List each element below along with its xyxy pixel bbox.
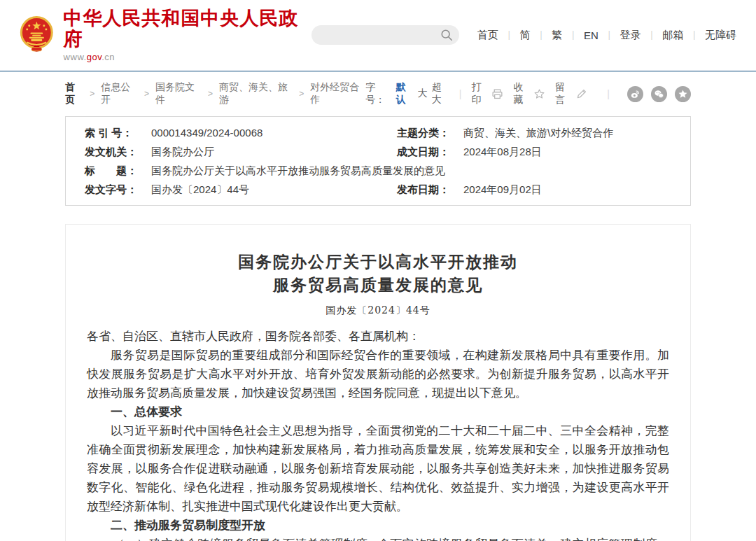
meta-written-date-value: 2024年08月28日 [463,142,542,161]
national-emblem-icon [18,15,55,55]
meta-publish-date: 发布日期： 2024年09月02日 [378,180,690,199]
meta-doc-number-label: 发文字号： [85,180,151,199]
meta-publish-date-label: 发布日期： [397,180,463,199]
nav-english[interactable]: EN [582,29,600,41]
nav-traditional[interactable]: 繁 [550,29,564,42]
qzone-share-icon[interactable] [675,86,691,102]
meta-title: 标 题： 国务院办公厅关于以高水平开放推动服务贸易高质量发展的意见 [66,161,690,180]
breadcrumb: 首页> 信息公开> 国务院文件> 商贸、海关、旅游> 对外经贸合作 [65,81,365,106]
favorite-button[interactable]: 收藏 [513,81,545,106]
meta-title-value: 国务院办公厅关于以高水平开放推动服务贸易高质量发展的意见 [151,161,445,180]
pencil-icon [575,88,587,100]
breadcrumb-commerce-customs-tourism[interactable]: 商贸、海关、旅游 [219,81,293,106]
document-number: 国办发〔2024〕44号 [87,303,669,317]
breadcrumb-toolbar-row: 首页> 信息公开> 国务院文件> 商贸、海关、旅游> 对外经贸合作 字号： 默认… [65,72,691,114]
search-box [312,25,459,45]
meta-topic-label: 主题分类： [397,123,463,142]
document-metadata-card: 索 引 号： 000014349/2024-00068 主题分类： 商贸、海关、… [65,116,691,206]
meta-index-value: 000014349/2024-00068 [151,123,262,142]
wechat-share-icon[interactable] [651,86,667,102]
brand-text: 中华人民共和国中央人民政府 www.gov.cn [64,8,312,62]
document-title-line1: 国务院办公厅关于以高水平开放推动 [87,250,669,273]
nav-home[interactable]: 首页 [476,29,500,42]
nav-accessibility[interactable]: 无障碍 [704,29,738,42]
section-heading-2: 二、推动服务贸易制度型开放 [87,516,669,535]
breadcrumb-info-disclosure[interactable]: 信息公开 [101,81,138,106]
site-logo-link[interactable]: 中华人民共和国中央人民政府 www.gov.cn [18,8,312,62]
meta-agency-label: 发文机关： [85,142,151,161]
document-body: 各省、自治区、直辖市人民政府，国务院各部委、各直属机构： 服务贸易是国际贸易的重… [87,327,669,541]
font-size-default[interactable]: 默认 [396,81,414,106]
meta-publish-date-value: 2024年09月02日 [463,180,542,199]
search-icon[interactable] [440,29,453,41]
nav-mail[interactable]: 邮箱 [661,29,685,42]
meta-doc-number-value: 国办发〔2024〕44号 [151,180,249,199]
meta-topic: 主题分类： 商贸、海关、旅游\对外经贸合作 [378,123,690,142]
meta-index: 索 引 号： 000014349/2024-00068 [66,123,378,142]
document-content-card: 国务院办公厅关于以高水平开放推动 服务贸易高质量发展的意见 国办发〔2024〕4… [65,224,691,541]
document-title-line2: 服务贸易高质量发展的意见 [87,273,669,296]
page-tools: 字号： 默认 大 超大 | 打印 收藏 留言 | [365,81,691,106]
weibo-share-icon[interactable] [627,86,643,102]
breadcrumb-state-council-docs[interactable]: 国务院文件 [155,81,202,106]
star-icon [533,88,545,100]
site-header: 中华人民共和国中央人民政府 www.gov.cn 首页｜ 简｜ 繁｜ EN｜ 登… [0,0,756,70]
document-title: 国务院办公厅关于以高水平开放推动 服务贸易高质量发展的意见 [87,250,669,296]
paragraph-item-1: （一）建立健全跨境服务贸易负面清单管理制度。全面实施跨境服务贸易负面清单，建立相… [87,535,669,541]
meta-topic-value: 商贸、海关、旅游\对外经贸合作 [463,123,613,142]
section-heading-1: 一、总体要求 [87,402,669,421]
meta-title-label: 标 题： [85,161,151,180]
breadcrumb-home[interactable]: 首页 [65,81,83,106]
meta-written-date-label: 成文日期： [397,142,463,161]
meta-index-label: 索 引 号： [85,123,151,142]
font-size-control: 字号： 默认 大 超大 [365,81,449,106]
paragraph-overall: 以习近平新时代中国特色社会主义思想为指导，全面贯彻党的二十大和二十届二中、三中全… [87,421,669,516]
print-button[interactable]: 打印 [471,81,503,106]
meta-agency: 发文机关： 国务院办公厅 [66,142,378,161]
meta-written-date: 成文日期： 2024年08月28日 [378,142,690,161]
font-size-large[interactable]: 大 [418,87,428,100]
font-size-label: 字号： [365,81,392,106]
breadcrumb-foreign-trade-cooperation[interactable]: 对外经贸合作 [310,81,365,106]
salutation: 各省、自治区、直辖市人民政府，国务院各部委、各直属机构： [87,327,669,346]
search-input[interactable] [312,25,459,45]
site-url: www.gov.cn [64,52,312,62]
nav-login[interactable]: 登录 [619,29,643,42]
printer-icon [491,88,503,100]
share-group [620,86,691,102]
paragraph-intro: 服务贸易是国际贸易的重要组成部分和国际经贸合作的重要领域，在构建新发展格局中具有… [87,346,669,402]
paragraph-item-1-lead: （一）建立健全跨境服务贸易负面清单管理制度。 [111,537,378,541]
meta-agency-value: 国务院办公厅 [151,142,214,161]
site-title: 中华人民共和国中央人民政府 [64,8,312,50]
comment-button[interactable]: 留言 [555,81,587,106]
meta-doc-number: 发文字号： 国办发〔2024〕44号 [66,180,378,199]
font-size-xlarge[interactable]: 超大 [432,81,449,106]
top-nav: 首页｜ 简｜ 繁｜ EN｜ 登录｜ 邮箱｜ 无障碍 [476,29,738,42]
nav-simplified[interactable]: 简 [518,29,531,42]
